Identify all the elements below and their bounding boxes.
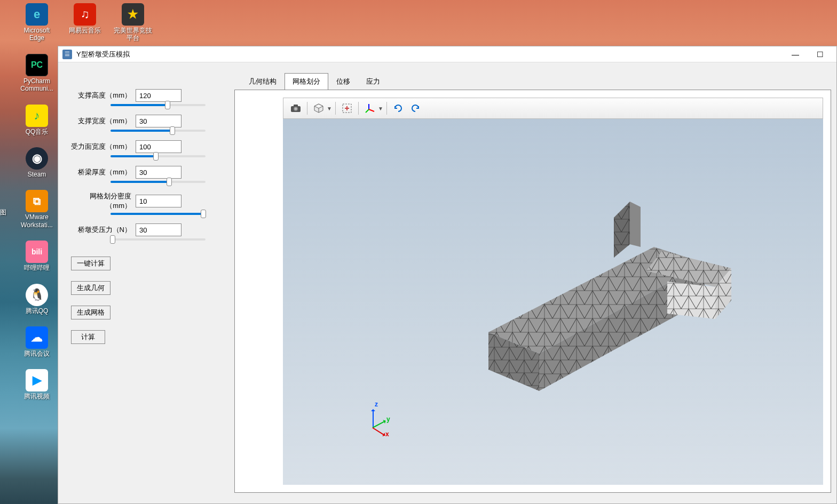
axis-y-label: y	[386, 415, 390, 423]
slider-face-width[interactable]	[110, 155, 206, 157]
tencentqq-icon: 🐧	[26, 284, 48, 306]
desktop-icons-column-1: eMicrosoft Edge PCPyCharm Communi... ♪QQ…	[16, 3, 58, 401]
mesh-3d-model	[464, 194, 737, 396]
param-input-pressure[interactable]	[136, 223, 181, 236]
tab-stress[interactable]: 应力	[358, 73, 388, 90]
desktop-icon-netease[interactable]: ♫网易云音乐	[64, 3, 106, 34]
desktop-icon-label: 腾讯QQ	[26, 307, 49, 315]
maximize-button[interactable]: ☐	[808, 46, 832, 62]
svg-rect-1	[294, 105, 298, 107]
rotate-ccw-icon[interactable]	[407, 101, 423, 116]
desktop-icon-label: QQ音乐	[26, 128, 49, 135]
axis-triad: z y x	[363, 405, 395, 437]
desktop-icon-edge[interactable]: eMicrosoft Edge	[16, 3, 58, 42]
slider-thumb[interactable]	[170, 126, 175, 135]
slider-thumb[interactable]	[110, 235, 115, 244]
app-window: ☰ Y型桥墩受压模拟 — ☐ 支撑高度（mm） 支撑宽度（mm） 受力面宽度（m…	[58, 46, 837, 504]
desktop-icon-tencentmeeting[interactable]: ☁腾讯会议	[16, 326, 58, 357]
desktop-icon-tencentqq[interactable]: 🐧腾讯QQ	[16, 284, 58, 315]
viewport-3d[interactable]: z y x	[283, 119, 823, 485]
view-tabs: 几何结构 网格划分 位移 应力	[241, 73, 831, 90]
viewport-panel: 几何结构 网格划分 位移 应力 ▼ ▼	[234, 62, 836, 503]
desktop-icon-label: 哔哩哔哩	[24, 264, 50, 271]
desktop-icon-label: PyCharm Communi...	[16, 77, 58, 93]
slider-thumb[interactable]	[165, 101, 170, 109]
app-icon: ☰	[62, 50, 72, 59]
chevron-down-icon[interactable]: ▼	[378, 106, 383, 111]
desktop-icon-label: 完美世界竞技平台	[112, 27, 154, 42]
desktop-icon-label: 腾讯会议	[24, 350, 50, 357]
param-label-support-height: 支撑高度（mm）	[69, 91, 136, 100]
steam-icon: ◉	[26, 147, 48, 170]
desktop-icon-label: VMware Workstati...	[16, 213, 58, 229]
slider-mesh-density[interactable]	[110, 213, 206, 215]
tencentvideo-icon: ▶	[26, 369, 48, 391]
slider-thumb[interactable]	[153, 152, 159, 161]
desktop-icon-bilibili[interactable]: bili哔哩哔哩	[16, 241, 58, 271]
viewport-toolbar: ▼ ▼	[283, 98, 823, 119]
netease-icon: ♫	[74, 3, 96, 26]
chevron-down-icon[interactable]: ▼	[327, 106, 332, 111]
tab-mesh[interactable]: 网格划分	[285, 73, 328, 90]
desktop-icon-pycharm[interactable]: PCPyCharm Communi...	[16, 54, 58, 93]
slider-support-width[interactable]	[110, 130, 206, 132]
slider-thumb[interactable]	[201, 210, 206, 218]
one-click-compute-button[interactable]: 一键计算	[71, 257, 110, 270]
cube-icon[interactable]	[311, 101, 327, 116]
param-label-mesh-density: 网格划分密度（mm）	[69, 191, 136, 211]
pwesports-icon: ★	[122, 3, 144, 26]
axis-x-label: x	[385, 430, 389, 438]
app-body: 支撑高度（mm） 支撑宽度（mm） 受力面宽度（mm） 桥梁厚度（mm） 网格划…	[58, 62, 836, 503]
viewport-container: ▼ ▼	[234, 90, 831, 493]
param-input-support-width[interactable]	[136, 115, 181, 127]
pycharm-icon: PC	[26, 54, 48, 76]
generate-mesh-button[interactable]: 生成网格	[71, 306, 110, 319]
tencentmeeting-icon: ☁	[26, 326, 48, 349]
svg-line-7	[366, 109, 369, 113]
minimize-button[interactable]: —	[783, 46, 808, 62]
desktop-icon-pwesports[interactable]: ★完美世界竞技平台	[112, 3, 154, 42]
param-label-support-width: 支撑宽度（mm）	[69, 116, 136, 126]
desktop-icons-column-3: ★完美世界竞技平台	[112, 3, 154, 42]
desktop-icon-label: 网易云音乐	[69, 27, 101, 34]
svg-point-3	[295, 108, 297, 110]
tab-geometry[interactable]: 几何结构	[241, 73, 285, 90]
tab-displacement[interactable]: 位移	[328, 73, 358, 90]
desktop-icon-vmware[interactable]: ⧉VMware Workstati...	[16, 190, 58, 229]
compute-button[interactable]: 计算	[71, 330, 105, 344]
desktop-icon-label: Steam	[28, 171, 46, 178]
vmware-icon: ⧉	[26, 190, 48, 212]
desktop-icon-steam[interactable]: ◉Steam	[16, 147, 58, 178]
parameters-panel: 支撑高度（mm） 支撑宽度（mm） 受力面宽度（mm） 桥梁厚度（mm） 网格划…	[58, 62, 234, 503]
param-label-pressure: 桥墩受压力（N）	[69, 225, 136, 235]
slider-support-height[interactable]	[110, 104, 206, 106]
window-title: Y型桥墩受压模拟	[76, 50, 130, 59]
desktop-icon-label: 腾讯视频	[24, 393, 50, 400]
axis-icon[interactable]	[362, 101, 378, 116]
desktop-icon-qqmusic[interactable]: ♪QQ音乐	[16, 105, 58, 135]
qqmusic-icon: ♪	[26, 105, 48, 127]
desktop-icons-column-2: ♫网易云音乐	[64, 3, 106, 34]
desktop-icon-label: Microsoft Edge	[16, 27, 58, 42]
desktop-trunc-label: 图	[0, 208, 6, 217]
param-input-mesh-density[interactable]	[136, 195, 181, 207]
bilibili-icon: bili	[26, 241, 48, 263]
camera-icon[interactable]	[288, 101, 304, 116]
param-input-support-height[interactable]	[136, 89, 181, 102]
param-label-face-width: 受力面宽度（mm）	[69, 142, 136, 151]
slider-bridge-thickness[interactable]	[110, 181, 206, 183]
titlebar[interactable]: ☰ Y型桥墩受压模拟 — ☐	[58, 46, 836, 62]
param-input-face-width[interactable]	[136, 140, 181, 153]
param-input-bridge-thickness[interactable]	[136, 166, 181, 179]
desktop-icon-tencentvideo[interactable]: ▶腾讯视频	[16, 369, 58, 400]
slider-thumb[interactable]	[167, 178, 172, 186]
param-label-bridge-thickness: 桥梁厚度（mm）	[69, 167, 136, 177]
slider-pressure[interactable]	[110, 238, 206, 241]
generate-geometry-button[interactable]: 生成几何	[71, 281, 110, 295]
axis-z-label: z	[375, 401, 378, 408]
svg-line-6	[369, 109, 374, 111]
rotate-cw-icon[interactable]	[390, 101, 406, 116]
fit-icon[interactable]	[339, 101, 355, 116]
edge-icon: e	[26, 3, 48, 26]
